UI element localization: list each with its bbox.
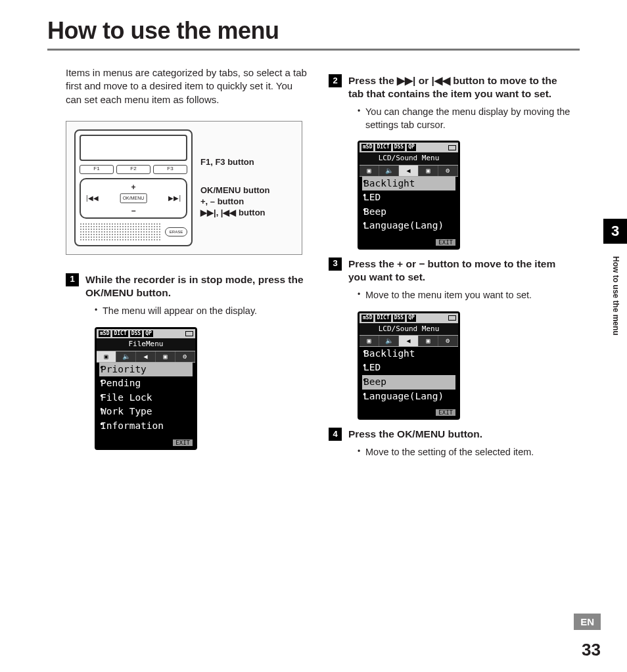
nav-pad: + − |◀◀ ▶▶| OK/MENU — [80, 178, 187, 219]
step-number: 3 — [329, 258, 342, 271]
step-heading: Press the ▶▶| or |◀◀ button to move to t… — [348, 74, 570, 101]
step-2: 2 Press the ▶▶| or |◀◀ button to move to… — [329, 74, 570, 250]
language-badge: EN — [574, 614, 601, 630]
callout-okmenu: OK/MENU button — [200, 185, 294, 196]
step-4: 4 Press the OK/MENU button. Move to the … — [329, 428, 570, 459]
step-3: 3 Press the + or − button to move to the… — [329, 258, 570, 420]
callout-plusminus: +, – button — [200, 196, 294, 208]
f3-key: F3 — [153, 165, 187, 174]
step-heading: Press the + or − button to move to the i… — [348, 258, 570, 284]
page-title: How to use the menu — [0, 0, 627, 49]
step-bullet: Move to the menu item you want to set. — [358, 289, 570, 302]
callout-f-buttons: F1, F3 button — [200, 157, 294, 168]
device-diagram: F1 F2 F3 + − |◀◀ ▶▶| OK/MENU ERASE F1, F… — [66, 121, 302, 255]
intro-text: Items in menus are categorized by tabs, … — [66, 66, 308, 106]
step-bullet: Move to the setting of the selected item… — [358, 446, 570, 459]
step-number: 4 — [329, 428, 342, 441]
erase-button: ERASE — [165, 227, 187, 236]
f1-key: F1 — [80, 165, 114, 174]
step-number: 1 — [66, 273, 79, 286]
lcd-screenshot-1: mSD DICT DSS QP FileMenu ▣🔈◀▣⚙ Priority … — [95, 327, 197, 450]
step-number: 2 — [329, 74, 342, 87]
speaker-grille — [80, 223, 161, 241]
f2-key: F2 — [116, 165, 151, 174]
step-bullet: You can change the menu display by movin… — [358, 106, 570, 131]
chapter-label: How to use the menu — [611, 256, 620, 336]
device-screen — [80, 135, 187, 161]
step-heading: Press the OK/MENU button. — [348, 428, 482, 441]
step-1: 1 While the recorder is in stop mode, pr… — [66, 273, 308, 450]
lcd-screenshot-3: mSD DICT DSS QP LCD/Sound Menu ▣🔈◀▣⚙ Bac… — [358, 311, 460, 420]
callout-ff-rew: ▶▶|, |◀◀ button — [200, 208, 294, 219]
chapter-tab: 3 — [603, 219, 627, 244]
lcd-screenshot-2: mSD DICT DSS QP LCD/Sound Menu ▣🔈◀▣⚙ Bac… — [358, 141, 460, 250]
step-heading: While the recorder is in stop mode, pres… — [85, 273, 308, 300]
page-number: 33 — [582, 640, 601, 660]
step-bullet: The menu will appear on the display. — [95, 305, 308, 318]
